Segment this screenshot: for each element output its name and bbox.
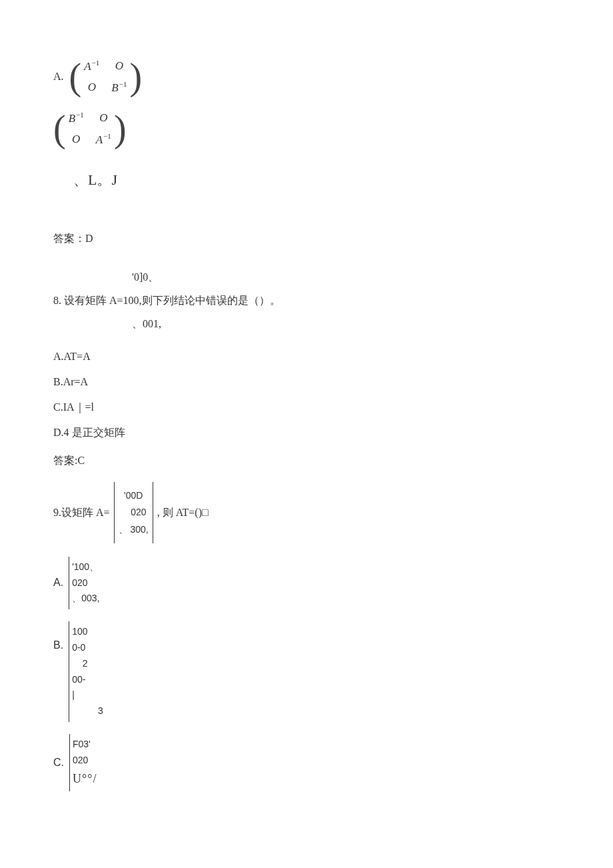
- left-paren-icon: [53, 114, 66, 144]
- q8-top: '0]0、: [132, 265, 560, 289]
- q9a-r2: 020: [72, 575, 99, 591]
- cell-b21: O: [69, 131, 84, 148]
- q9b-r1: 100: [72, 624, 103, 640]
- q8-main: 8. 设有矩阵 A=100,则下列结论中错误的是（）。: [53, 289, 560, 312]
- q9-opt-c-label: C.: [53, 755, 64, 771]
- q9-m-r2: 020: [119, 504, 149, 521]
- cell-a21: O: [84, 79, 99, 96]
- q9-m-r1: '00D: [119, 487, 149, 504]
- q8-block: '0]0、 8. 设有矩阵 A=100,则下列结论中错误的是（）。 、001,: [53, 265, 560, 336]
- q9-suffix: , 则 AT=()□: [157, 505, 209, 521]
- matrix-a2-grid: B−1 O O A−1: [69, 109, 111, 148]
- q9b-r3: 2: [72, 656, 103, 672]
- q8-opt-c: C.IA｜=l: [53, 399, 560, 415]
- q9b-r2: 0-0: [72, 640, 103, 656]
- option-a2-matrix: B−1 O O A−1: [53, 109, 560, 148]
- q9-row: 9.设矩阵 A= '00D 020 、 300, , 则 AT=()□: [53, 482, 560, 543]
- q9b-r6: 3: [72, 703, 103, 719]
- q9-matrix: '00D 020 、 300,: [114, 482, 153, 543]
- q9c-r2: 020: [73, 753, 97, 769]
- q9-opt-a-matrix: '100、 020 、003,: [69, 557, 101, 609]
- cell-b12: O: [96, 109, 111, 127]
- q8-opt-d: D.4 是正交矩阵: [53, 425, 560, 441]
- q9-prefix: 9.设矩阵 A=: [53, 505, 110, 521]
- q9-opt-b-matrix: 100 0-0 2 00- | 3: [69, 621, 105, 722]
- answer-7: 答案：D: [53, 231, 560, 247]
- option-a-matrix: A. A−1 O O B−1: [53, 57, 560, 96]
- q9-opt-b-label: B.: [53, 637, 63, 653]
- q9-opt-c-matrix: F03' 020 U°°/: [69, 734, 98, 791]
- q9a-r3: 、003,: [72, 591, 99, 607]
- right-paren-icon: [114, 114, 127, 144]
- q8-opt-a: A.AT=A: [53, 349, 560, 365]
- q9-m-r3: 、 300,: [119, 521, 149, 538]
- q8-opt-b: B.Ar=A: [53, 374, 560, 390]
- cell-b11: B−1: [69, 109, 84, 127]
- q9-opt-b: B. 100 0-0 2 00- | 3: [53, 621, 560, 722]
- option-a-label: A.: [53, 69, 64, 85]
- q9-opt-a: A. '100、 020 、003,: [53, 557, 560, 609]
- q9c-r1: F03': [73, 737, 97, 753]
- matrix-a-grid: A−1 O O B−1: [84, 57, 127, 96]
- lj-text: 、L。J: [73, 169, 560, 191]
- q9-opt-c: C. F03' 020 U°°/: [53, 734, 560, 791]
- cell-a12: O: [111, 57, 127, 75]
- q8-bottom: 、001,: [132, 312, 560, 335]
- left-paren-icon: [69, 62, 82, 92]
- right-paren-icon: [129, 62, 142, 92]
- cell-a22: B−1: [111, 79, 127, 96]
- cell-b22: A−1: [96, 131, 111, 148]
- q9b-r4: 00-: [72, 672, 103, 688]
- q9-opt-a-label: A.: [53, 575, 63, 591]
- q8-answer: 答案:C: [53, 453, 560, 469]
- cell-a11: A−1: [84, 57, 99, 75]
- q9b-r5: |: [72, 687, 103, 703]
- q9a-r1: '100、: [72, 559, 99, 575]
- q9c-r3: U°°/: [73, 769, 97, 789]
